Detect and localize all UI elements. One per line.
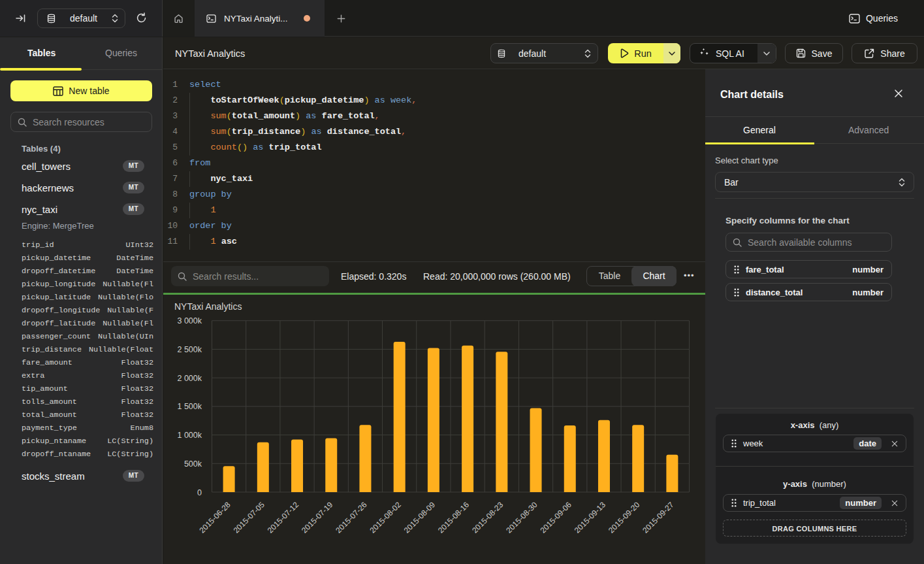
svg-text:2015-07-05: 2015-07-05 — [232, 500, 267, 535]
svg-text:3 000k: 3 000k — [177, 316, 202, 325]
svg-text:2 000k: 2 000k — [177, 374, 202, 383]
svg-text:2015-08-09: 2015-08-09 — [402, 500, 438, 535]
svg-text:1 500k: 1 500k — [177, 402, 202, 411]
svg-text:NYTaxi Analytics: NYTaxi Analytics — [174, 301, 242, 312]
svg-text:2015-08-23: 2015-08-23 — [470, 500, 505, 535]
svg-text:0: 0 — [197, 488, 202, 497]
svg-text:2 500k: 2 500k — [177, 345, 202, 354]
svg-text:500k: 500k — [184, 459, 202, 469]
svg-text:2015-09-27: 2015-09-27 — [641, 500, 676, 535]
svg-text:2015-06-28: 2015-06-28 — [197, 500, 232, 535]
svg-text:2015-07-26: 2015-07-26 — [334, 500, 369, 535]
svg-text:2015-08-16: 2015-08-16 — [436, 500, 471, 535]
svg-text:2015-08-02: 2015-08-02 — [368, 500, 403, 535]
svg-text:2015-09-20: 2015-09-20 — [607, 500, 642, 535]
svg-text:2015-08-30: 2015-08-30 — [504, 500, 539, 535]
svg-text:2015-07-12: 2015-07-12 — [266, 500, 301, 535]
svg-text:2015-09-13: 2015-09-13 — [573, 500, 608, 535]
svg-text:2015-09-06: 2015-09-06 — [539, 500, 574, 535]
svg-text:2015-07-19: 2015-07-19 — [300, 500, 335, 535]
svg-text:1 000k: 1 000k — [177, 431, 202, 440]
